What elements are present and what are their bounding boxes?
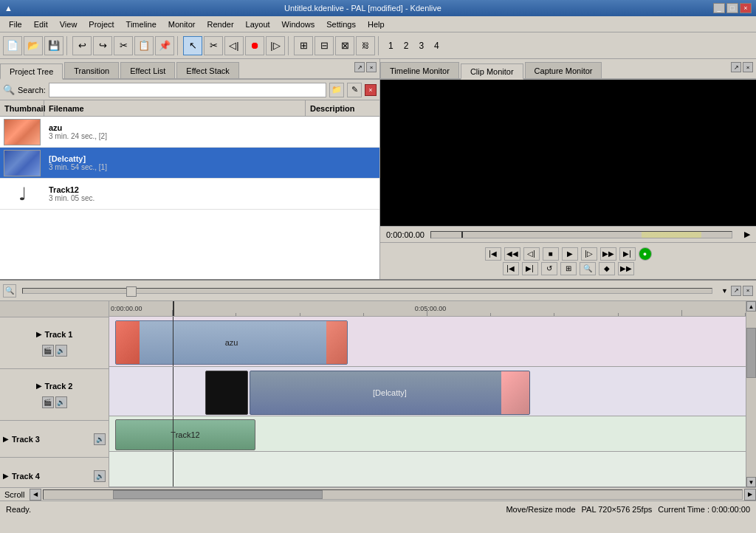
clip-delcatty[interactable]: [Delcatty] bbox=[250, 371, 530, 415]
vscroll-thumb[interactable] bbox=[746, 328, 756, 377]
monitor-float-btn[interactable]: ↗ bbox=[731, 62, 741, 72]
menu-view[interactable]: View bbox=[54, 18, 83, 30]
panel-close-btn[interactable]: × bbox=[366, 62, 377, 72]
step-back-btn[interactable]: ◁| bbox=[523, 247, 540, 261]
track-lane-4[interactable] bbox=[109, 452, 746, 487]
snap-btn[interactable]: ⊞ bbox=[294, 36, 313, 55]
menu-file[interactable]: File bbox=[3, 18, 28, 30]
menu-timeline[interactable]: Timeline bbox=[120, 18, 162, 30]
track1-arrow[interactable]: ▶ bbox=[36, 330, 42, 338]
group-btn[interactable]: ⛓ bbox=[356, 36, 375, 55]
col-thumbnail[interactable]: Thumbnail bbox=[0, 100, 44, 116]
select-btn[interactable]: ↖ bbox=[183, 36, 202, 55]
hscroll-left-btn[interactable]: ◀ bbox=[30, 489, 41, 501]
vscroll-up-btn[interactable]: ▲ bbox=[746, 301, 756, 312]
redo-btn[interactable]: ↪ bbox=[93, 36, 112, 55]
step-fwd-btn[interactable]: |▷ bbox=[581, 247, 597, 261]
search-browse-btn[interactable]: 📁 bbox=[329, 83, 344, 97]
out-btn[interactable]: |▷ bbox=[266, 36, 285, 55]
fullscreen-btn[interactable]: ⊞ bbox=[560, 262, 577, 275]
rewind-fast-btn[interactable]: ◀◀ bbox=[504, 247, 520, 261]
tab-project-tree[interactable]: Project Tree bbox=[0, 63, 63, 80]
zoom-handle[interactable] bbox=[126, 286, 137, 297]
menu-edit[interactable]: Edit bbox=[28, 18, 54, 30]
paste-btn[interactable]: 📌 bbox=[155, 36, 174, 55]
col-description[interactable]: Description bbox=[306, 100, 379, 116]
track4-arrow[interactable]: ▶ bbox=[3, 472, 9, 480]
maximize-btn[interactable]: □ bbox=[726, 3, 738, 13]
record-btn[interactable]: ● bbox=[639, 247, 652, 261]
track3-audio-icon[interactable]: 🔊 bbox=[94, 433, 106, 445]
menu-help[interactable]: Help bbox=[362, 18, 391, 30]
menu-monitor[interactable]: Monitor bbox=[162, 18, 202, 30]
search-edit-btn[interactable]: ✎ bbox=[347, 83, 362, 97]
new-btn[interactable]: 📄 bbox=[3, 36, 22, 55]
go-start-btn[interactable]: |◀ bbox=[485, 247, 501, 261]
menu-settings[interactable]: Settings bbox=[320, 18, 362, 30]
clip-black[interactable] bbox=[205, 371, 248, 415]
tab-effect-list[interactable]: Effect List bbox=[120, 62, 175, 78]
track3-arrow[interactable]: ▶ bbox=[3, 435, 9, 443]
search-input[interactable] bbox=[49, 83, 326, 97]
menu-layout[interactable]: Layout bbox=[240, 18, 276, 30]
tb-4[interactable]: 4 bbox=[430, 39, 444, 52]
marker-btn[interactable]: ◆ bbox=[599, 262, 615, 275]
copy-btn[interactable]: 📋 bbox=[134, 36, 154, 55]
undo-btn[interactable]: ↩ bbox=[72, 36, 92, 55]
ff-btn[interactable]: ▶▶ bbox=[600, 247, 616, 261]
hscroll-right-btn[interactable]: ▶ bbox=[744, 489, 756, 501]
monitor-view[interactable] bbox=[380, 80, 756, 226]
tab-capture-monitor[interactable]: Capture Monitor bbox=[525, 62, 602, 78]
loop-play-btn[interactable]: ▶| bbox=[522, 262, 538, 275]
timeline-float-btn[interactable]: ↗ bbox=[731, 286, 741, 296]
go-end-btn[interactable]: ▶| bbox=[619, 247, 636, 261]
file-item-delcatty[interactable]: [Delcatty] 3 min. 54 sec., [1] bbox=[0, 148, 379, 179]
razor-btn[interactable]: ✂ bbox=[204, 36, 223, 55]
menu-project[interactable]: Project bbox=[83, 18, 120, 30]
timeline-scrubber[interactable] bbox=[430, 231, 732, 238]
play-btn[interactable]: ▶ bbox=[562, 247, 578, 261]
track2-video-icon[interactable]: 🎬 bbox=[42, 396, 54, 408]
clip-track12[interactable]: Track12 bbox=[115, 419, 255, 450]
loop-btn[interactable]: ↺ bbox=[541, 262, 557, 275]
tb-2[interactable]: 2 bbox=[399, 39, 413, 52]
track1-video-icon[interactable]: 🎬 bbox=[42, 345, 54, 357]
hscroll-thumb[interactable] bbox=[113, 490, 323, 499]
stop-btn[interactable]: ■ bbox=[543, 247, 559, 261]
loop-end-btn[interactable]: ▶▶ bbox=[618, 262, 634, 275]
track-lane-2[interactable]: [Delcatty] bbox=[109, 367, 746, 416]
tb-3[interactable]: 3 bbox=[414, 39, 428, 52]
zoom-slider[interactable] bbox=[22, 288, 712, 294]
menu-render[interactable]: Render bbox=[201, 18, 239, 30]
in-btn[interactable]: ◁| bbox=[224, 36, 244, 55]
vscroll-down-btn[interactable]: ▼ bbox=[746, 477, 756, 487]
overwrite-btn[interactable]: ⊠ bbox=[335, 36, 354, 55]
file-item-track12[interactable]: ♩ Track12 3 min. 05 sec. bbox=[0, 179, 379, 210]
track-lane-3[interactable]: Track12 bbox=[109, 416, 746, 452]
tab-timeline-monitor[interactable]: Timeline Monitor bbox=[380, 62, 459, 78]
cut-btn[interactable]: ✂ bbox=[114, 36, 133, 55]
tab-transition[interactable]: Transition bbox=[64, 62, 119, 78]
titlebar-controls[interactable]: _ □ × bbox=[713, 3, 752, 13]
tab-effect-stack[interactable]: Effect Stack bbox=[176, 62, 239, 78]
timeline-close-btn[interactable]: × bbox=[743, 286, 753, 296]
vscroll-track[interactable] bbox=[746, 312, 756, 477]
zoom-btn[interactable]: 🔍 bbox=[580, 262, 596, 275]
save-btn[interactable]: 💾 bbox=[44, 36, 63, 55]
col-filename[interactable]: Filename bbox=[44, 100, 306, 116]
file-item-azu[interactable]: azu 3 min. 24 sec., [2] bbox=[0, 117, 379, 148]
tab-clip-monitor[interactable]: Clip Monitor bbox=[461, 63, 523, 80]
clip-azu[interactable]: azu bbox=[115, 320, 348, 365]
track2-audio-icon[interactable]: 🔊 bbox=[55, 396, 67, 408]
search-clear-btn[interactable]: × bbox=[365, 84, 377, 96]
minimize-btn[interactable]: _ bbox=[713, 3, 725, 13]
record-btn[interactable]: ⏺ bbox=[245, 36, 264, 55]
monitor-close-btn[interactable]: × bbox=[743, 62, 753, 72]
menu-windows[interactable]: Windows bbox=[276, 18, 321, 30]
track-lane-1[interactable]: azu bbox=[109, 317, 746, 366]
zoom-in-btn[interactable]: 🔍 bbox=[3, 284, 16, 298]
track1-audio-icon[interactable]: 🔊 bbox=[55, 345, 67, 357]
tb-1[interactable]: 1 bbox=[384, 39, 398, 52]
ripple-btn[interactable]: ⊟ bbox=[315, 36, 334, 55]
loop-start-btn[interactable]: |◀ bbox=[503, 262, 519, 275]
